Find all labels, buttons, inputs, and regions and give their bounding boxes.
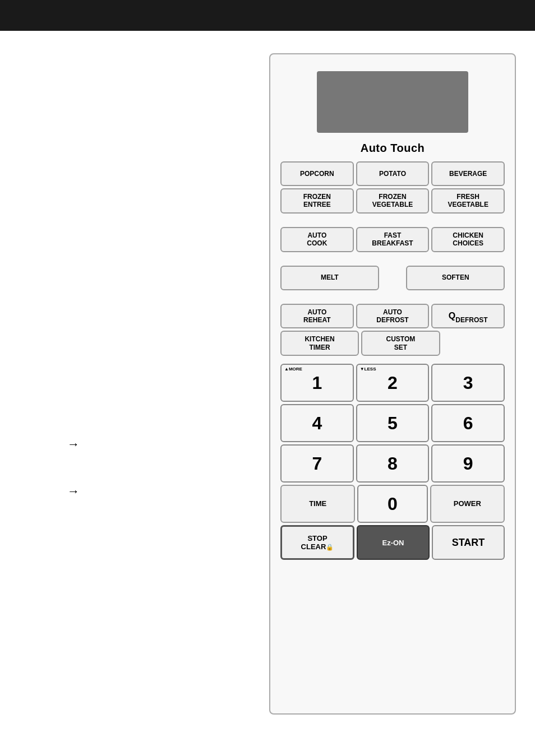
ezon-button[interactable]: Ez-ON [357,525,430,560]
btn-row-timer-custom: KITCHENTIMER CUSTOMSET [280,331,505,356]
chicken-choices-button[interactable]: CHICKENCHOICES [431,227,505,252]
btn-row-melt-soften: MELT SOFTEN [280,266,505,290]
btn-row-defrost: AUTOREHEAT AUTODEFROST QDEFROST [280,304,505,329]
num-6-button[interactable]: 6 [431,404,505,442]
auto-touch-section-1: POPCORN POTATO BEVERAGE FROZENENTREE FRO… [280,161,505,216]
arrow-row-2: → [67,484,80,499]
btn-row-3: AUTOCOOK FASTBREAKFAST CHICKENCHOICES [280,227,505,252]
soften-button[interactable]: SOFTEN [406,266,505,290]
frozen-vegetable-button[interactable]: FROZENVEGETABLE [356,188,430,214]
start-button[interactable]: START [432,525,505,560]
melt-soften-section: MELT SOFTEN [280,266,505,293]
numpad-row-4: TIME 0 POWER [280,485,505,523]
arrow-icon-2: → [67,484,80,499]
num-4-button[interactable]: 4 [280,404,354,442]
arrow-row-1: → [67,437,80,452]
num-3-button[interactable]: 3 [431,364,505,402]
fast-breakfast-button[interactable]: FASTBREAKFAST [356,227,430,252]
stop-clear-button[interactable]: STOPCLEAR🔒 [280,525,354,560]
btn-row-2: FROZENENTREE FROZENVEGETABLE FRESHVEGETA… [280,188,505,214]
melt-button[interactable]: MELT [280,266,379,290]
potato-button[interactable]: POTATO [356,161,430,186]
q-defrost-button[interactable]: QDEFROST [431,304,505,329]
custom-set-button[interactable]: CUSTOMSET [361,331,440,356]
fresh-vegetable-button[interactable]: FRESHVEGETABLE [431,188,505,214]
numpad-row-3: 7 8 9 [280,444,505,483]
btn-row-1: POPCORN POTATO BEVERAGE [280,161,505,186]
kitchen-timer-button[interactable]: KITCHENTIMER [280,331,359,356]
numpad-row-1: ▲MORE 1 ▼LESS 2 3 [280,364,505,402]
num-8-button[interactable]: 8 [356,444,430,483]
num-2-button[interactable]: ▼LESS 2 [356,364,430,402]
num-7-button[interactable]: 7 [280,444,354,483]
num-5-button[interactable]: 5 [356,404,430,442]
auto-cook-button[interactable]: AUTOCOOK [280,227,354,252]
power-button[interactable]: POWER [430,485,505,523]
num-1-button[interactable]: ▲MORE 1 [280,364,354,402]
auto-touch-label: Auto Touch [361,142,425,155]
num-0-button[interactable]: 0 [357,485,427,523]
beverage-button[interactable]: BEVERAGE [431,161,505,186]
auto-touch-section-2: AUTOCOOK FASTBREAKFAST CHICKENCHOICES [280,227,505,254]
numpad-section: ▲MORE 1 ▼LESS 2 3 4 5 6 7 8 9 TIME 0 POW… [280,364,505,562]
time-button[interactable]: TIME [280,485,355,523]
display-screen [317,71,468,133]
defrost-section: AUTOREHEAT AUTODEFROST QDEFROST KITCHENT… [280,304,505,359]
header-bar [0,0,535,31]
num-9-button[interactable]: 9 [431,444,505,483]
popcorn-button[interactable]: POPCORN [280,161,354,186]
arrow-icon-1: → [67,437,80,452]
control-panel: Auto Touch POPCORN POTATO BEVERAGE FROZE… [269,53,516,715]
arrow-container: → → [67,437,80,531]
numpad-row-2: 4 5 6 [280,404,505,442]
auto-reheat-button[interactable]: AUTOREHEAT [280,304,354,329]
bottom-row: STOPCLEAR🔒 Ez-ON START [280,525,505,560]
frozen-entree-button[interactable]: FROZENENTREE [280,188,354,214]
auto-defrost-button[interactable]: AUTODEFROST [356,304,430,329]
